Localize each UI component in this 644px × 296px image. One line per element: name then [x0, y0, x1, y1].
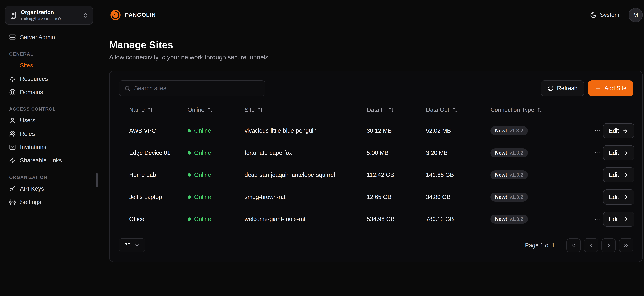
globe-icon: [9, 89, 16, 96]
add-site-button[interactable]: Add Site: [588, 80, 633, 96]
chevron-down-icon: [134, 243, 140, 248]
page-size-select[interactable]: 20: [119, 238, 145, 252]
site-id: smug-brown-rat: [244, 194, 367, 200]
edit-button[interactable]: Edit: [603, 123, 634, 138]
online-dot-icon: [188, 218, 191, 221]
data-out-value: 3.20 MB: [426, 150, 490, 156]
search-box: [119, 80, 266, 96]
sidebar: Organization milo@fossorial.io's ... Ser…: [0, 0, 98, 296]
last-page-button[interactable]: [619, 238, 633, 252]
arrow-right-icon: [622, 194, 628, 200]
column-header-data-out[interactable]: Data Out: [426, 106, 490, 113]
column-header-site[interactable]: Site: [244, 106, 367, 113]
connection-type-badge: Newtv1.3.2: [490, 148, 528, 158]
sidebar-item-shareable-links[interactable]: Shareable Links: [5, 154, 93, 167]
site-name: Office: [129, 216, 188, 222]
users-icon: [9, 130, 16, 137]
resources-icon: [9, 76, 16, 82]
edit-button[interactable]: Edit: [603, 190, 634, 204]
sidebar-item-label: Server Admin: [20, 34, 55, 40]
sidebar-item-settings[interactable]: Settings: [5, 196, 93, 209]
sidebar-item-resources[interactable]: Resources: [5, 72, 93, 86]
chevron-left-icon: [588, 242, 594, 248]
sort-icon: [452, 107, 458, 112]
connection-type-badge: Newtv1.3.2: [490, 126, 528, 135]
status-badge: Online: [188, 172, 244, 178]
data-in-value: 534.98 GB: [367, 216, 426, 222]
sidebar-item-roles[interactable]: Roles: [5, 127, 93, 140]
arrow-right-icon: [622, 150, 628, 156]
data-in-value: 5.00 MB: [367, 150, 426, 156]
sidebar-item-server-admin[interactable]: Server Admin: [5, 30, 93, 44]
arrow-right-icon: [622, 128, 628, 134]
ellipsis-icon: [594, 172, 601, 178]
site-name: Edge Device 01: [129, 150, 188, 156]
online-dot-icon: [188, 173, 191, 176]
pangolin-logo-icon: [109, 9, 122, 21]
table-row: Jeff's Laptop Online smug-brown-rat 12.6…: [119, 186, 633, 208]
sidebar-item-label: Roles: [20, 130, 35, 137]
row-menu-button[interactable]: [592, 214, 603, 224]
section-label-access-control: ACCESS CONTROL: [9, 106, 89, 112]
avatar-initial: M: [633, 12, 638, 18]
sites-card: Refresh Add Site Name Online Site Data I…: [109, 71, 643, 262]
next-page-button[interactable]: [602, 238, 616, 252]
sidebar-item-label: Users: [20, 117, 35, 124]
connection-type-badge: Newtv1.3.2: [490, 192, 528, 202]
sidebar-item-api-keys[interactable]: API Keys: [5, 182, 93, 196]
arrow-right-icon: [622, 172, 628, 178]
search-input[interactable]: [134, 85, 260, 92]
site-id: dead-san-joaquin-antelope-squirrel: [244, 172, 367, 178]
theme-label: System: [600, 12, 620, 18]
sidebar-item-label: Sites: [20, 62, 33, 69]
org-selector[interactable]: Organization milo@fossorial.io's ...: [5, 6, 93, 25]
search-icon: [124, 85, 130, 92]
sidebar-item-label: API Keys: [20, 185, 44, 192]
edit-button[interactable]: Edit: [603, 145, 634, 160]
row-menu-button[interactable]: [592, 170, 603, 180]
column-header-online[interactable]: Online: [188, 106, 244, 113]
avatar[interactable]: M: [628, 8, 643, 22]
page-info: Page 1 of 1: [525, 242, 555, 249]
sidebar-item-users[interactable]: Users: [5, 114, 93, 127]
org-subtitle: milo@fossorial.io's ...: [21, 16, 79, 22]
refresh-button[interactable]: Refresh: [541, 80, 584, 96]
plus-icon: [595, 85, 601, 92]
data-in-value: 30.12 MB: [367, 128, 426, 134]
edit-button[interactable]: Edit: [603, 168, 634, 182]
sort-icon: [388, 107, 394, 112]
status-badge: Online: [188, 128, 244, 134]
row-menu-button[interactable]: [592, 126, 603, 136]
key-icon: [9, 185, 16, 192]
refresh-icon: [548, 85, 554, 92]
prev-page-button[interactable]: [584, 238, 598, 252]
sidebar-item-domains[interactable]: Domains: [5, 86, 93, 99]
moon-icon: [590, 12, 596, 18]
sidebar-item-sites[interactable]: Sites: [5, 59, 93, 72]
row-menu-button[interactable]: [592, 148, 603, 158]
sidebar-item-label: Invitations: [20, 144, 46, 150]
theme-toggle[interactable]: System: [590, 12, 620, 18]
column-header-name[interactable]: Name: [129, 106, 188, 113]
first-page-button[interactable]: [566, 238, 581, 252]
page-title: Manage Sites: [109, 39, 643, 50]
sites-icon: [9, 62, 16, 69]
sidebar-item-invitations[interactable]: Invitations: [5, 140, 93, 154]
site-name: AWS VPC: [129, 128, 188, 134]
connection-type-badge: Newtv1.3.2: [490, 170, 528, 180]
table-row: Office Online welcome-giant-mole-rat 534…: [119, 208, 633, 230]
site-name: Jeff's Laptop: [129, 194, 188, 200]
ellipsis-icon: [594, 127, 601, 134]
online-dot-icon: [188, 129, 191, 132]
chevrons-right-icon: [623, 242, 629, 248]
table-header-row: Name Online Site Data In Data Out Connec…: [119, 100, 633, 120]
ellipsis-icon: [594, 216, 601, 223]
column-header-data-in[interactable]: Data In: [367, 106, 426, 113]
row-menu-button[interactable]: [592, 192, 603, 202]
column-header-connection-type[interactable]: Connection Type: [490, 106, 592, 113]
org-name: Organization: [21, 9, 79, 15]
arrow-right-icon: [622, 216, 628, 222]
section-label-general: GENERAL: [9, 52, 89, 57]
edit-button[interactable]: Edit: [603, 212, 634, 226]
sidebar-scrollbar-thumb[interactable]: [96, 173, 98, 187]
